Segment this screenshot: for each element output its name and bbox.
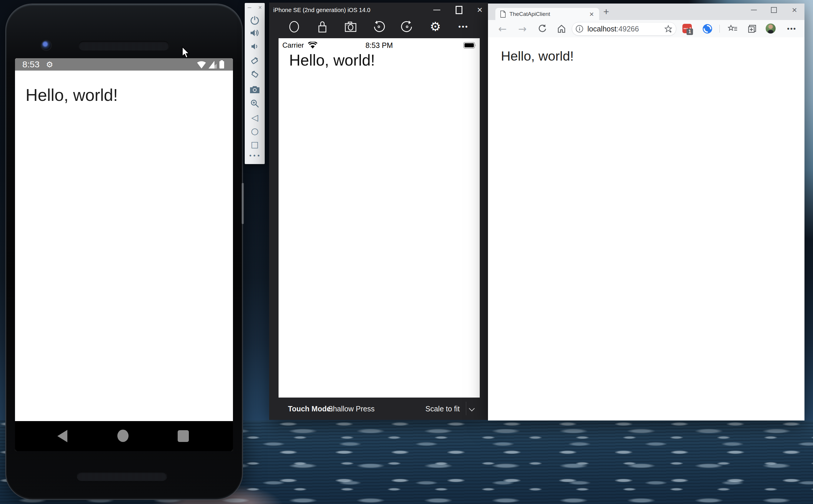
more-icon[interactable]: ••• xyxy=(245,150,265,161)
power-side-button xyxy=(242,183,244,224)
back-nav-icon[interactable]: ◁ xyxy=(245,111,265,123)
page-icon xyxy=(500,11,506,18)
url-host: localhost xyxy=(587,25,617,33)
tab-title: TheCatApiClient xyxy=(509,11,550,17)
desktop: { "android_emulator": { "status_bar": { … xyxy=(0,0,813,504)
battery-icon xyxy=(219,60,224,69)
divider xyxy=(466,402,466,415)
wifi-icon xyxy=(197,61,206,69)
rotate-right-icon[interactable] xyxy=(399,20,415,34)
window-title: iPhone SE (2nd generation) iOS 14.0 xyxy=(273,7,370,14)
close-button[interactable]: × xyxy=(788,4,801,16)
android-hello-text: Hello, world! xyxy=(26,85,118,105)
password-extension-icon[interactable]: ••• 1 xyxy=(682,24,692,33)
minimize-button[interactable] xyxy=(747,4,761,16)
android-status-bar: 8:53 ⚙ xyxy=(15,58,233,71)
front-camera xyxy=(41,41,51,50)
browser-tab[interactable]: TheCatApiClient × xyxy=(495,8,599,20)
address-bar[interactable]: localhost:49266 xyxy=(572,22,676,36)
signal-icon xyxy=(209,61,217,69)
ios-status-bar: Carrier 8:53 PM xyxy=(279,41,480,50)
earpiece-speaker xyxy=(79,41,169,50)
ios-hello-text: Hello, world! xyxy=(289,51,375,69)
touch-mode-value: Shallow Press xyxy=(328,405,374,413)
android-screen: 8:53 ⚙ Hello, world! xyxy=(15,58,233,451)
blue-extension-icon[interactable] xyxy=(702,24,712,34)
maximize-button[interactable] xyxy=(452,3,465,17)
android-nav-bar xyxy=(15,421,233,451)
browser-window: TheCatApiClient × + × ← → localhost:4926… xyxy=(488,4,804,420)
clock-text: 8:53 xyxy=(22,59,39,69)
site-info-icon[interactable] xyxy=(576,25,583,33)
overview-button[interactable] xyxy=(178,430,189,442)
close-icon[interactable]: × xyxy=(258,4,262,11)
screenshot-camera-icon[interactable] xyxy=(245,84,265,95)
home-button[interactable] xyxy=(117,430,129,442)
url-port: :49266 xyxy=(617,25,639,33)
rotate-left-icon[interactable] xyxy=(245,55,265,67)
url-text[interactable]: localhost:49266 xyxy=(587,25,639,33)
clock-text: 8:53 PM xyxy=(279,41,480,50)
close-button[interactable]: × xyxy=(473,3,486,17)
rotate-left-icon[interactable] xyxy=(371,20,386,34)
chevron-down-icon[interactable] xyxy=(469,405,475,411)
favorite-star-icon[interactable] xyxy=(664,25,672,33)
home-nav-icon[interactable]: ○ xyxy=(245,125,265,137)
home-icon[interactable] xyxy=(554,20,569,37)
back-icon[interactable]: ← xyxy=(495,20,509,37)
tab-close-icon[interactable]: × xyxy=(589,10,594,19)
collections-icon[interactable] xyxy=(745,20,759,37)
settings-more-icon[interactable]: ••• xyxy=(785,20,799,37)
rotate-right-icon[interactable] xyxy=(245,69,265,81)
home-circle-icon[interactable] xyxy=(286,20,302,34)
touch-mode-label: Touch Mode: xyxy=(288,405,333,413)
overview-nav-icon[interactable]: □ xyxy=(245,138,265,150)
settings-gear-icon[interactable]: ⚙ xyxy=(428,20,443,34)
zoom-icon[interactable] xyxy=(245,98,265,109)
battery-icon xyxy=(463,42,476,49)
favorites-bar-icon[interactable] xyxy=(726,20,740,37)
ios-simulator-window: iPhone SE (2nd generation) iOS 14.0 × ⚙ … xyxy=(269,3,488,420)
page-content: Hello, world! xyxy=(488,37,804,420)
toolbar-divider xyxy=(719,25,720,33)
power-icon[interactable] xyxy=(245,14,265,26)
forward-icon[interactable]: → xyxy=(515,20,529,37)
android-emulator-window: 8:53 ⚙ Hello, world! xyxy=(5,4,243,500)
status-icons xyxy=(197,60,224,69)
new-tab-button[interactable]: + xyxy=(603,6,609,17)
emulator-toolbar-titlebar: – × xyxy=(245,4,265,12)
mouse-cursor xyxy=(181,46,190,59)
gear-icon: ⚙ xyxy=(46,61,53,69)
minimize-button[interactable] xyxy=(430,3,443,17)
tab-strip: TheCatApiClient × + × xyxy=(488,4,804,20)
back-button[interactable] xyxy=(57,430,67,442)
scale-to-fit-dropdown[interactable]: Scale to fit xyxy=(425,405,460,413)
more-icon[interactable]: ••• xyxy=(456,20,471,34)
volume-up-icon[interactable] xyxy=(245,27,265,39)
browser-hello-text: Hello, world! xyxy=(501,49,574,64)
bottom-speaker xyxy=(77,472,167,481)
simulator-bottom-bar: Touch Mode: Shallow Press Scale to fit xyxy=(269,398,488,420)
profile-avatar[interactable] xyxy=(766,24,776,34)
volume-down-icon[interactable] xyxy=(245,41,265,52)
maximize-button[interactable] xyxy=(767,4,781,16)
extension-badge: 1 xyxy=(687,29,693,35)
emulator-toolbar: – × ◁ ○ □ ••• xyxy=(245,3,265,164)
screenshot-icon[interactable] xyxy=(343,20,358,34)
lock-icon[interactable] xyxy=(315,20,330,34)
minimize-icon[interactable]: – xyxy=(248,4,251,11)
browser-toolbar: ← → localhost:49266 ••• 1 xyxy=(488,20,804,37)
refresh-icon[interactable] xyxy=(535,20,549,37)
ios-screen: Carrier 8:53 PM Hello, world! xyxy=(279,38,480,398)
